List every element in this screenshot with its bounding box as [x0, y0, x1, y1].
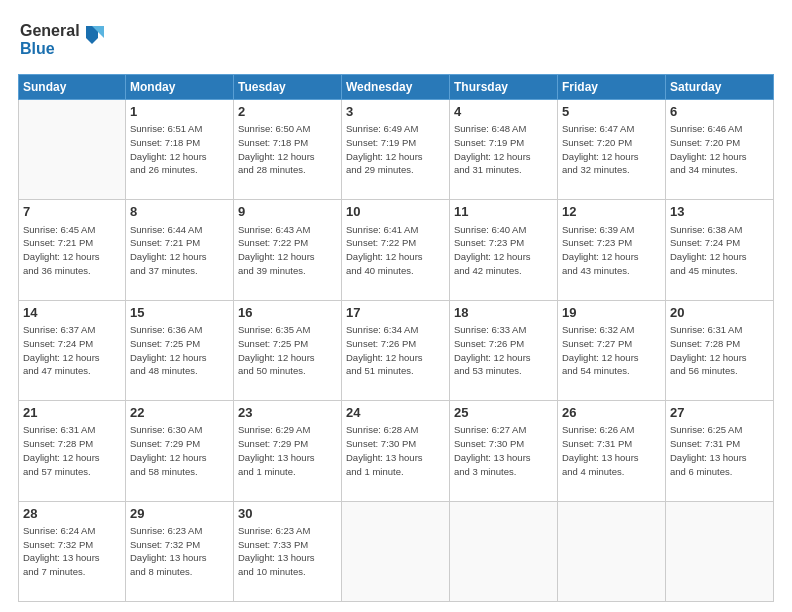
logo-text: General Blue	[18, 18, 108, 64]
day-number: 19	[562, 304, 661, 322]
day-number: 28	[23, 505, 121, 523]
day-info: Sunrise: 6:38 AM Sunset: 7:24 PM Dayligh…	[670, 223, 769, 278]
calendar-cell: 10Sunrise: 6:41 AM Sunset: 7:22 PM Dayli…	[342, 200, 450, 300]
day-info: Sunrise: 6:34 AM Sunset: 7:26 PM Dayligh…	[346, 323, 445, 378]
day-number: 12	[562, 203, 661, 221]
calendar-cell	[19, 100, 126, 200]
day-info: Sunrise: 6:46 AM Sunset: 7:20 PM Dayligh…	[670, 122, 769, 177]
calendar-table: SundayMondayTuesdayWednesdayThursdayFrid…	[18, 74, 774, 602]
calendar-cell: 26Sunrise: 6:26 AM Sunset: 7:31 PM Dayli…	[558, 401, 666, 501]
weekday-header-sunday: Sunday	[19, 75, 126, 100]
day-number: 11	[454, 203, 553, 221]
day-info: Sunrise: 6:37 AM Sunset: 7:24 PM Dayligh…	[23, 323, 121, 378]
calendar-cell: 21Sunrise: 6:31 AM Sunset: 7:28 PM Dayli…	[19, 401, 126, 501]
day-info: Sunrise: 6:35 AM Sunset: 7:25 PM Dayligh…	[238, 323, 337, 378]
day-number: 4	[454, 103, 553, 121]
day-number: 23	[238, 404, 337, 422]
day-number: 15	[130, 304, 229, 322]
calendar-cell: 14Sunrise: 6:37 AM Sunset: 7:24 PM Dayli…	[19, 300, 126, 400]
calendar-cell: 20Sunrise: 6:31 AM Sunset: 7:28 PM Dayli…	[666, 300, 774, 400]
weekday-header-friday: Friday	[558, 75, 666, 100]
weekday-header-saturday: Saturday	[666, 75, 774, 100]
day-info: Sunrise: 6:43 AM Sunset: 7:22 PM Dayligh…	[238, 223, 337, 278]
day-number: 13	[670, 203, 769, 221]
day-number: 17	[346, 304, 445, 322]
week-row-4: 21Sunrise: 6:31 AM Sunset: 7:28 PM Dayli…	[19, 401, 774, 501]
day-number: 2	[238, 103, 337, 121]
day-number: 1	[130, 103, 229, 121]
day-info: Sunrise: 6:45 AM Sunset: 7:21 PM Dayligh…	[23, 223, 121, 278]
calendar-cell: 27Sunrise: 6:25 AM Sunset: 7:31 PM Dayli…	[666, 401, 774, 501]
day-number: 21	[23, 404, 121, 422]
calendar-cell: 28Sunrise: 6:24 AM Sunset: 7:32 PM Dayli…	[19, 501, 126, 601]
weekday-header-thursday: Thursday	[450, 75, 558, 100]
day-info: Sunrise: 6:40 AM Sunset: 7:23 PM Dayligh…	[454, 223, 553, 278]
calendar-cell: 2Sunrise: 6:50 AM Sunset: 7:18 PM Daylig…	[234, 100, 342, 200]
day-number: 14	[23, 304, 121, 322]
day-info: Sunrise: 6:49 AM Sunset: 7:19 PM Dayligh…	[346, 122, 445, 177]
calendar-cell: 25Sunrise: 6:27 AM Sunset: 7:30 PM Dayli…	[450, 401, 558, 501]
day-info: Sunrise: 6:39 AM Sunset: 7:23 PM Dayligh…	[562, 223, 661, 278]
logo: General Blue	[18, 18, 108, 64]
week-row-5: 28Sunrise: 6:24 AM Sunset: 7:32 PM Dayli…	[19, 501, 774, 601]
weekday-header-row: SundayMondayTuesdayWednesdayThursdayFrid…	[19, 75, 774, 100]
svg-text:Blue: Blue	[20, 40, 55, 57]
day-number: 18	[454, 304, 553, 322]
day-number: 30	[238, 505, 337, 523]
day-info: Sunrise: 6:31 AM Sunset: 7:28 PM Dayligh…	[23, 423, 121, 478]
calendar-cell	[666, 501, 774, 601]
day-number: 6	[670, 103, 769, 121]
calendar-cell: 1Sunrise: 6:51 AM Sunset: 7:18 PM Daylig…	[126, 100, 234, 200]
calendar-cell: 15Sunrise: 6:36 AM Sunset: 7:25 PM Dayli…	[126, 300, 234, 400]
calendar-cell: 9Sunrise: 6:43 AM Sunset: 7:22 PM Daylig…	[234, 200, 342, 300]
day-info: Sunrise: 6:44 AM Sunset: 7:21 PM Dayligh…	[130, 223, 229, 278]
calendar-cell: 18Sunrise: 6:33 AM Sunset: 7:26 PM Dayli…	[450, 300, 558, 400]
day-info: Sunrise: 6:28 AM Sunset: 7:30 PM Dayligh…	[346, 423, 445, 478]
day-info: Sunrise: 6:26 AM Sunset: 7:31 PM Dayligh…	[562, 423, 661, 478]
calendar-cell: 24Sunrise: 6:28 AM Sunset: 7:30 PM Dayli…	[342, 401, 450, 501]
day-info: Sunrise: 6:23 AM Sunset: 7:33 PM Dayligh…	[238, 524, 337, 579]
day-number: 9	[238, 203, 337, 221]
day-info: Sunrise: 6:29 AM Sunset: 7:29 PM Dayligh…	[238, 423, 337, 478]
calendar-cell: 12Sunrise: 6:39 AM Sunset: 7:23 PM Dayli…	[558, 200, 666, 300]
calendar-cell: 6Sunrise: 6:46 AM Sunset: 7:20 PM Daylig…	[666, 100, 774, 200]
calendar-cell: 29Sunrise: 6:23 AM Sunset: 7:32 PM Dayli…	[126, 501, 234, 601]
weekday-header-tuesday: Tuesday	[234, 75, 342, 100]
calendar-cell: 3Sunrise: 6:49 AM Sunset: 7:19 PM Daylig…	[342, 100, 450, 200]
day-number: 24	[346, 404, 445, 422]
calendar-cell: 23Sunrise: 6:29 AM Sunset: 7:29 PM Dayli…	[234, 401, 342, 501]
calendar-cell: 11Sunrise: 6:40 AM Sunset: 7:23 PM Dayli…	[450, 200, 558, 300]
header: General Blue	[18, 18, 774, 64]
day-number: 8	[130, 203, 229, 221]
day-info: Sunrise: 6:27 AM Sunset: 7:30 PM Dayligh…	[454, 423, 553, 478]
calendar-cell: 22Sunrise: 6:30 AM Sunset: 7:29 PM Dayli…	[126, 401, 234, 501]
calendar-cell	[342, 501, 450, 601]
day-number: 16	[238, 304, 337, 322]
day-info: Sunrise: 6:48 AM Sunset: 7:19 PM Dayligh…	[454, 122, 553, 177]
svg-text:General: General	[20, 22, 80, 39]
calendar-cell: 13Sunrise: 6:38 AM Sunset: 7:24 PM Dayli…	[666, 200, 774, 300]
week-row-3: 14Sunrise: 6:37 AM Sunset: 7:24 PM Dayli…	[19, 300, 774, 400]
calendar-cell: 8Sunrise: 6:44 AM Sunset: 7:21 PM Daylig…	[126, 200, 234, 300]
day-info: Sunrise: 6:36 AM Sunset: 7:25 PM Dayligh…	[130, 323, 229, 378]
day-number: 27	[670, 404, 769, 422]
day-number: 29	[130, 505, 229, 523]
page: General Blue SundayMondayTuesdayWednesda…	[0, 0, 792, 612]
week-row-2: 7Sunrise: 6:45 AM Sunset: 7:21 PM Daylig…	[19, 200, 774, 300]
calendar-cell	[558, 501, 666, 601]
day-info: Sunrise: 6:30 AM Sunset: 7:29 PM Dayligh…	[130, 423, 229, 478]
day-number: 26	[562, 404, 661, 422]
day-number: 22	[130, 404, 229, 422]
day-info: Sunrise: 6:31 AM Sunset: 7:28 PM Dayligh…	[670, 323, 769, 378]
day-number: 5	[562, 103, 661, 121]
calendar-cell: 17Sunrise: 6:34 AM Sunset: 7:26 PM Dayli…	[342, 300, 450, 400]
day-info: Sunrise: 6:32 AM Sunset: 7:27 PM Dayligh…	[562, 323, 661, 378]
day-info: Sunrise: 6:33 AM Sunset: 7:26 PM Dayligh…	[454, 323, 553, 378]
calendar-cell: 5Sunrise: 6:47 AM Sunset: 7:20 PM Daylig…	[558, 100, 666, 200]
day-number: 3	[346, 103, 445, 121]
day-info: Sunrise: 6:51 AM Sunset: 7:18 PM Dayligh…	[130, 122, 229, 177]
calendar-cell: 19Sunrise: 6:32 AM Sunset: 7:27 PM Dayli…	[558, 300, 666, 400]
weekday-header-wednesday: Wednesday	[342, 75, 450, 100]
weekday-header-monday: Monday	[126, 75, 234, 100]
week-row-1: 1Sunrise: 6:51 AM Sunset: 7:18 PM Daylig…	[19, 100, 774, 200]
